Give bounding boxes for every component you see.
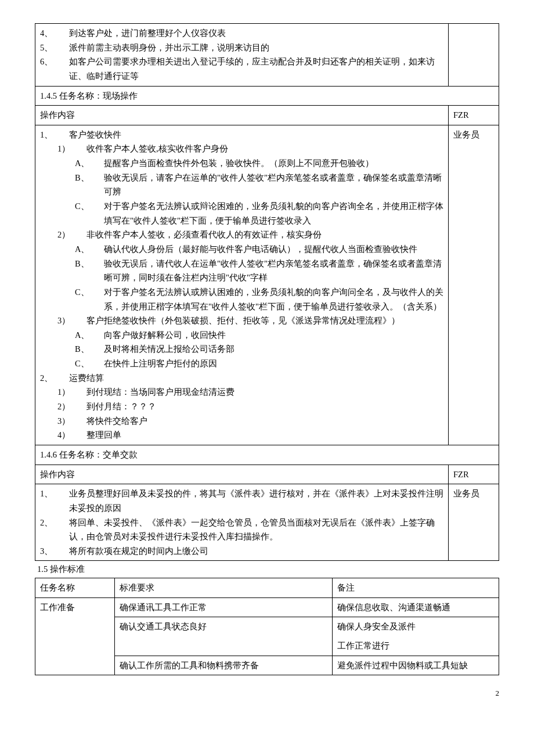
header-standard: 标准要求 bbox=[115, 578, 333, 598]
list-item: 3） 客户拒绝签收快件（外包装破损、拒付、拒收等，见《派送异常情况处理流程》） bbox=[40, 314, 443, 328]
item-text: 如客户公司需要求办理相关进出入登记手续的，应主动配合并及时归还客户的相关证明，如… bbox=[69, 55, 443, 83]
standard-cell: 确认工作所需的工具和物料携带齐备 bbox=[115, 656, 333, 675]
item-text: 非收件客户本人签收，必须查看代收人的有效证件，核实身份 bbox=[86, 228, 443, 242]
table-row: 4、 到达客户处，进门前整理好个人仪容仪表 5、 派件前需主动表明身份，并出示工… bbox=[35, 24, 499, 87]
remark-cell: 确保信息收取、沟通渠道畅通 bbox=[333, 597, 499, 617]
header-op-content: 操作内容 bbox=[35, 465, 449, 484]
list-item: 3、 将所有款项在规定的时间内上缴公司 bbox=[40, 544, 443, 559]
list-item: 2、 运费结算 bbox=[40, 371, 443, 386]
item-number: C、 bbox=[75, 357, 104, 371]
item-number: 2） bbox=[57, 228, 86, 242]
standard-cell: 确认交通工具状态良好 bbox=[115, 617, 333, 656]
header-fzr: FZR bbox=[449, 106, 499, 125]
list-item: A、 提醒客户当面检查快件外包装，验收快件。（原则上不同意开包验收） bbox=[40, 156, 443, 171]
item-number: 2、 bbox=[40, 371, 69, 386]
fzr-cell: 业务员 bbox=[449, 125, 499, 445]
page-number: 2 bbox=[35, 687, 499, 700]
item-number: 1） bbox=[57, 385, 86, 399]
item-text: 验收无误后，请代收人在运单"收件人签收"栏内亲笔签名或者盖章，确保签名或者盖章清… bbox=[104, 257, 443, 285]
item-number: 4、 bbox=[40, 26, 69, 41]
section-title-row: 1.4.6 任务名称：交单交款 bbox=[35, 445, 499, 465]
header-fzr: FZR bbox=[449, 465, 499, 484]
item-number: B、 bbox=[75, 342, 104, 357]
list-item: A、 向客户做好解释公司，收回快件 bbox=[40, 328, 443, 343]
item-number: 2、 bbox=[40, 516, 69, 544]
table-header-row: 操作内容 FZR bbox=[35, 106, 499, 125]
item-number: B、 bbox=[75, 257, 104, 285]
standards-table: 任务名称 标准要求 备注 工作准备 确保通讯工具工作正常 确保信息收取、沟通渠道… bbox=[35, 578, 499, 675]
document-page: 4、 到达客户处，进门前整理好个人仪容仪表 5、 派件前需主动表明身份，并出示工… bbox=[35, 23, 499, 700]
item-text: 向客户做好解释公司，收回快件 bbox=[104, 328, 443, 343]
item-number: A、 bbox=[75, 328, 104, 343]
table-header-row: 操作内容 FZR bbox=[35, 465, 499, 484]
list-item: 4、 到达客户处，进门前整理好个人仪容仪表 bbox=[40, 26, 443, 41]
list-item: 1、 客户签收快件 bbox=[40, 128, 443, 142]
item-text: 确认代收人身份后（最好能与收件客户电话确认），提醒代收人当面检查验收快件 bbox=[104, 242, 443, 257]
item-number: 3） bbox=[57, 414, 86, 429]
item-number: 1、 bbox=[40, 128, 69, 142]
list-item: C、 对于客户签名无法辨认或辩论困难的，业务员须礼貌的向客户咨询全名，并使用正楷… bbox=[40, 199, 443, 228]
item-text: 及时将相关情况上报给公司话务部 bbox=[104, 342, 443, 357]
item-text: 将快件交给客户 bbox=[86, 414, 443, 429]
item-number: 3、 bbox=[40, 544, 69, 559]
remark-cell: 避免派件过程中因物料或工具短缺 bbox=[333, 656, 499, 675]
item-text: 到付现结：当场同客户用现金结清运费 bbox=[86, 385, 443, 399]
item-text: 收件客户本人签收,核实收件客户身份 bbox=[86, 142, 443, 156]
list-item: 2） 非收件客户本人签收，必须查看代收人的有效证件，核实身份 bbox=[40, 228, 443, 242]
section-title-row: 1.4.5 任务名称：现场操作 bbox=[35, 86, 499, 106]
list-item: 4） 整理回单 bbox=[40, 428, 443, 442]
table-header-row: 任务名称 标准要求 备注 bbox=[35, 578, 499, 598]
item-text: 对于客户签名无法辨认或辩论困难的，业务员须礼貌的向客户咨询全名，并使用正楷字体填… bbox=[104, 199, 443, 228]
list-item: 2、 将回单、未妥投件、《派件表》一起交给仓管员，仓管员当面核对无误后在《派件表… bbox=[40, 516, 443, 544]
item-text: 到达客户处，进门前整理好个人仪容仪表 bbox=[69, 26, 443, 41]
section-title: 1.4.6 任务名称：交单交款 bbox=[35, 445, 499, 465]
item-text: 派件前需主动表明身份，并出示工牌，说明来访目的 bbox=[69, 41, 443, 55]
item-text: 客户签收快件 bbox=[69, 128, 443, 142]
standard-cell: 确保通讯工具工作正常 bbox=[115, 597, 333, 617]
list-item: C、 对于客户签名无法辨认或辨认困难的，业务员须礼貌的向客户询问全名，及与收件人… bbox=[40, 285, 443, 314]
table-row: 1、 客户签收快件 1） 收件客户本人签收,核实收件客户身份 A、 提醒客户当面… bbox=[35, 125, 499, 445]
item-text: 将所有款项在规定的时间内上缴公司 bbox=[69, 544, 443, 559]
item-number: 4） bbox=[57, 428, 86, 442]
list-item: 6、 如客户公司需要求办理相关进出入登记手续的，应主动配合并及时归还客户的相关证… bbox=[40, 55, 443, 83]
header-remark: 备注 bbox=[333, 578, 499, 598]
item-number: A、 bbox=[75, 156, 104, 171]
list-item: C、 在快件上注明客户拒付的原因 bbox=[40, 357, 443, 371]
item-number: C、 bbox=[75, 199, 104, 228]
item-text: 客户拒绝签收快件（外包装破损、拒付、拒收等，见《派送异常情况处理流程》） bbox=[86, 314, 443, 328]
item-number: 3） bbox=[57, 314, 86, 328]
item-number: 6、 bbox=[40, 55, 69, 83]
remark-cell: 工作正常进行 bbox=[333, 636, 499, 656]
item-number: 1、 bbox=[40, 487, 69, 515]
item-text: 整理回单 bbox=[86, 428, 443, 442]
item-text: 在快件上注明客户拒付的原因 bbox=[104, 357, 443, 371]
fzr-cell: 业务员 bbox=[449, 484, 499, 561]
item-number: 1） bbox=[57, 142, 86, 156]
list-item: A、 确认代收人身份后（最好能与收件客户电话确认），提醒代收人当面检查验收快件 bbox=[40, 242, 443, 257]
list-item: B、 及时将相关情况上报给公司话务部 bbox=[40, 342, 443, 357]
item-number: C、 bbox=[75, 285, 104, 314]
item-number: 5、 bbox=[40, 41, 69, 55]
item-number: B、 bbox=[75, 171, 104, 199]
table-row: 1、 业务员整理好回单及未妥投的件，将其与《派件表》进行核对，并在《派件表》上对… bbox=[35, 484, 499, 561]
operations-table: 4、 到达客户处，进门前整理好个人仪容仪表 5、 派件前需主动表明身份，并出示工… bbox=[35, 23, 499, 561]
section-15-title: 1.5 操作标准 bbox=[35, 561, 499, 578]
item-text: 将回单、未妥投件、《派件表》一起交给仓管员，仓管员当面核对无误后在《派件表》上签… bbox=[69, 516, 443, 544]
item-number: A、 bbox=[75, 242, 104, 257]
item-text: 对于客户签名无法辨认或辨认困难的，业务员须礼貌的向客户询问全名，及与收件人的关系… bbox=[104, 285, 443, 314]
fzr-cell bbox=[449, 24, 499, 87]
header-op-content: 操作内容 bbox=[35, 106, 449, 125]
item-text: 业务员整理好回单及未妥投的件，将其与《派件表》进行核对，并在《派件表》上对未妥投… bbox=[69, 487, 443, 515]
list-item: 3） 将快件交给客户 bbox=[40, 414, 443, 429]
list-item: 5、 派件前需主动表明身份，并出示工牌，说明来访目的 bbox=[40, 41, 443, 55]
item-text: 到付月结：？？？ bbox=[86, 399, 443, 414]
header-task-name: 任务名称 bbox=[35, 578, 115, 598]
item-number: 2） bbox=[57, 399, 86, 414]
list-item: B、 验收无误后，请客户在运单的"收件人签收"栏内亲笔签名或者盖章，确保签名或盖… bbox=[40, 171, 443, 199]
item-text: 运费结算 bbox=[69, 371, 443, 386]
table-row: 工作准备 确保通讯工具工作正常 确保信息收取、沟通渠道畅通 bbox=[35, 597, 499, 617]
list-item: B、 验收无误后，请代收人在运单"收件人签收"栏内亲笔签名或者盖章，确保签名或者… bbox=[40, 257, 443, 285]
list-item: 1） 到付现结：当场同客户用现金结清运费 bbox=[40, 385, 443, 399]
item-text: 验收无误后，请客户在运单的"收件人签收"栏内亲笔签名或者盖章，确保签名或盖章清晰… bbox=[104, 171, 443, 199]
list-item: 1、 业务员整理好回单及未妥投的件，将其与《派件表》进行核对，并在《派件表》上对… bbox=[40, 487, 443, 515]
